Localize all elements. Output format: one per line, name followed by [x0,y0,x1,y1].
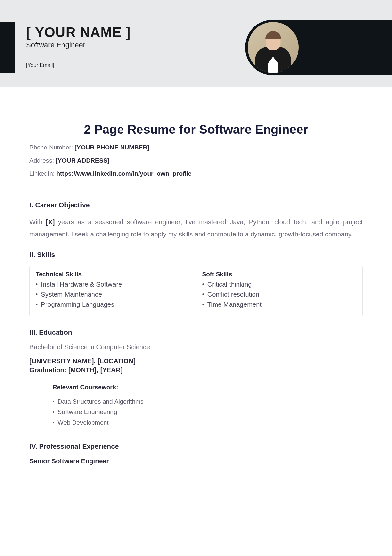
technical-skills-column: Technical Skills Install Hardware & Soft… [30,266,196,316]
applicant-name: [ YOUR NAME ] [26,25,131,40]
contact-linkedin-value: https://www.linkedin.com/in/your_own_pro… [56,170,191,177]
applicant-job-title: Software Engineer [26,41,131,49]
list-item: Data Structures and Algorithms [53,398,363,405]
applicant-email: [Your Email] [26,62,131,68]
contact-address: Address: [YOUR ADDRESS] [29,157,363,164]
contact-phone-label: Phone Number: [29,144,74,151]
skills-table: Technical Skills Install Hardware & Soft… [29,266,363,316]
resume-header: [ YOUR NAME ] Software Engineer [Your Em… [0,0,392,87]
list-item: Conflict resolution [202,291,357,298]
contact-address-label: Address: [29,157,56,164]
section-heading-experience: IV. Professional Experience [29,443,363,450]
section-heading-objective: I. Career Objective [29,201,363,209]
section-heading-skills: II. Skills [29,251,363,259]
education-degree: Bachelor of Science in Computer Science [29,343,363,351]
photo-container [245,20,392,75]
soft-skills-column: Soft Skills Critical thinking Conflict r… [196,266,363,316]
contact-linkedin-label: LinkedIn: [29,170,56,177]
experience-role: Senior Software Engineer [29,458,363,465]
list-item: Programming Languages [36,301,190,308]
list-item: Time Management [202,301,357,308]
page-title: 2 Page Resume for Software Engineer [29,123,363,137]
objective-prefix: With [29,218,46,226]
list-item: Critical thinking [202,281,357,288]
list-item: System Maintenance [36,291,190,298]
resume-body: 2 Page Resume for Software Engineer Phon… [0,87,392,465]
name-block: [ YOUR NAME ] Software Engineer [Your Em… [0,0,131,87]
list-item: Software Engineering [53,408,363,416]
contact-address-value: [YOUR ADDRESS] [56,157,109,164]
objective-years-bold: [X] [46,218,55,226]
content-divider [29,187,363,187]
avatar [248,22,299,73]
header-accent-bar [0,22,15,73]
contact-linkedin: LinkedIn: https://www.linkedin.com/in/yo… [29,170,363,177]
contact-phone: Phone Number: [YOUR PHONE NUMBER] [29,144,363,151]
education-graduation: Graduation: [MONTH], [YEAR] [29,366,363,374]
coursework-block: Relevant Coursework: Data Structures and… [45,384,363,433]
section-heading-education: III. Education [29,328,363,336]
soft-skills-header: Soft Skills [202,271,357,278]
objective-paragraph: With [X] years as a seasoned software en… [29,216,363,240]
education-university: [UNIVERSITY NAME], [LOCATION] [29,357,363,365]
coursework-heading: Relevant Coursework: [53,384,363,391]
objective-suffix: years as a seasoned software engineer, I… [29,218,363,238]
contact-phone-value: [YOUR PHONE NUMBER] [74,144,149,151]
technical-skills-header: Technical Skills [36,271,190,278]
list-item: Install Hardware & Software [36,281,190,288]
avatar-person-icon [253,30,293,73]
list-item: Web Development [53,419,363,426]
